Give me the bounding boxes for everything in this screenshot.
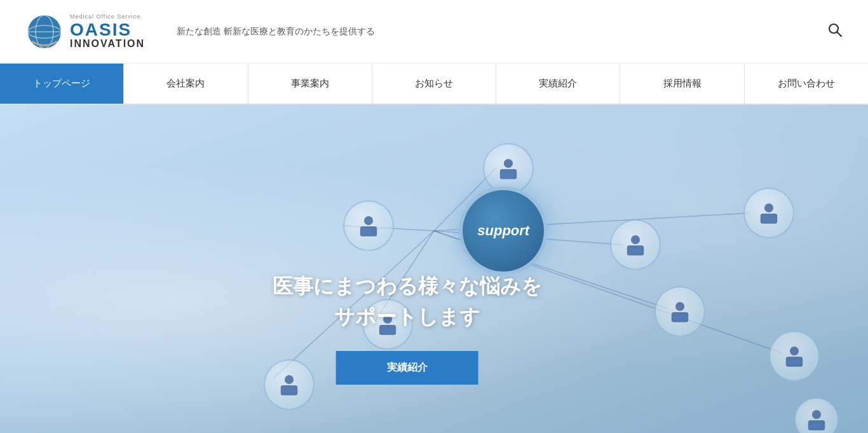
svg-rect-31 xyxy=(787,360,801,364)
logo-oasis-text: OASIS xyxy=(70,21,145,39)
svg-point-23 xyxy=(675,302,684,311)
header-tagline: 新たな創造 斬新な医療と教育のかたちを提供する xyxy=(164,26,827,38)
header: Medical Office Service OASIS INNOVATION … xyxy=(0,0,868,64)
svg-rect-19 xyxy=(501,172,515,177)
node-far-right-top xyxy=(743,188,794,238)
hero-main-text: 医事にまつわる様々な悩みを サポートします xyxy=(273,271,542,332)
hero-content: 医事にまつわる様々な悩みを サポートします 実績紹介 xyxy=(273,271,542,385)
svg-rect-28 xyxy=(762,217,775,221)
support-circle: support xyxy=(459,186,548,275)
node-far-right-bottom xyxy=(769,331,820,381)
nav-item-top[interactable]: トップページ xyxy=(0,64,124,104)
svg-point-26 xyxy=(764,203,773,212)
svg-rect-37 xyxy=(282,388,295,393)
main-nav: トップページ 会社案内 事業案内 お知らせ 実績紹介 採用情報 お問い合わせ xyxy=(0,64,868,105)
svg-rect-25 xyxy=(673,315,686,320)
node-top-center xyxy=(343,200,394,251)
logo-medical-text: Medical Office Service xyxy=(70,14,145,20)
svg-rect-16 xyxy=(362,230,375,234)
svg-point-20 xyxy=(631,235,640,244)
hero-cta-button[interactable]: 実績紹介 xyxy=(336,351,478,385)
logo-innovation-text: INNOVATION xyxy=(70,39,145,49)
logo-area: Medical Office Service OASIS INNOVATION xyxy=(25,13,145,51)
nav-item-recruit[interactable]: 採用情報 xyxy=(620,64,744,104)
svg-point-14 xyxy=(364,216,373,225)
logo-icon xyxy=(25,13,64,51)
search-icon[interactable] xyxy=(827,22,843,41)
svg-rect-40 xyxy=(810,423,823,428)
svg-rect-22 xyxy=(628,249,642,253)
hero-section: support 医事にまつわる様々な悩みを サポートします 実績紹介 xyxy=(0,105,868,433)
logo-text-block: Medical Office Service OASIS INNOVATION xyxy=(70,14,145,49)
nav-item-business[interactable]: 事業案内 xyxy=(248,64,372,104)
svg-point-29 xyxy=(790,347,799,355)
nav-item-company[interactable]: 会社案内 xyxy=(124,64,248,104)
node-right-top xyxy=(610,219,661,270)
svg-point-17 xyxy=(504,159,513,168)
svg-point-38 xyxy=(812,410,821,419)
node-right-center xyxy=(654,286,705,337)
nav-item-news[interactable]: お知らせ xyxy=(372,64,496,104)
nav-item-contact[interactable]: お問い合わせ xyxy=(745,64,868,104)
nav-item-results[interactable]: 実績紹介 xyxy=(496,64,620,104)
svg-line-5 xyxy=(837,32,842,36)
